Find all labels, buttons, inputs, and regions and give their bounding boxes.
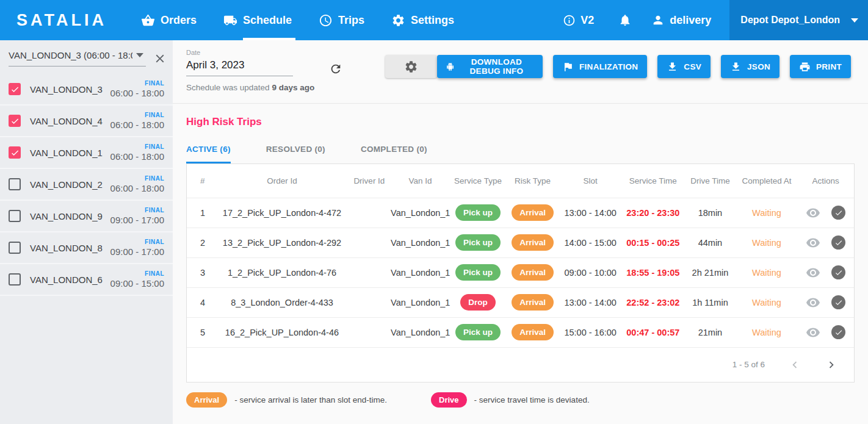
van-time: 09:00 - 17:00 [110, 215, 164, 225]
cell-num: 5 [187, 317, 216, 347]
previous-page-button[interactable] [788, 358, 801, 372]
risk-type-badge: Arrival [512, 204, 554, 221]
final-badge: FINAL [110, 207, 164, 214]
van-list-item[interactable]: VAN_LONDON_9 FINAL 09:00 - 17:00 [0, 201, 173, 232]
app-logo[interactable]: SATALIA [16, 11, 107, 30]
van-checkbox[interactable] [9, 178, 21, 190]
basket-icon [141, 13, 155, 27]
button-label: PRINT [816, 62, 842, 71]
notifications-button[interactable] [618, 13, 632, 27]
van-list-item[interactable]: VAN_LONDON_1 FINAL 06:00 - 18:00 [0, 137, 173, 169]
depot-selector[interactable]: Depot Depot_London [729, 0, 868, 40]
nav-item-trips[interactable]: Trips [319, 0, 364, 40]
resolve-trip-button[interactable] [831, 295, 845, 309]
van-list-item[interactable]: VAN_LONDON_6 FINAL 09:00 - 15:00 [0, 264, 173, 296]
csv-button[interactable]: CSV [657, 55, 711, 78]
truck-icon [223, 13, 237, 27]
column-header: Slot [559, 164, 622, 198]
date-value[interactable]: April 3, 2023 [186, 56, 293, 76]
nav-item-schedule[interactable]: Schedule [223, 0, 292, 40]
date-label: Date [186, 49, 293, 56]
cell-slot: 14:00 - 15:00 [559, 228, 622, 257]
legend-badge: Drive [431, 392, 467, 408]
json-button[interactable]: JSON [721, 55, 779, 78]
chevron-down-icon [136, 53, 143, 57]
updated-ago: 9 days ago [272, 83, 314, 92]
resolve-trip-button[interactable] [831, 265, 845, 279]
risk-tabs: ACTIVE (6)RESOLVED (0)COMPLETED (0) [186, 145, 855, 163]
van-checkbox[interactable] [9, 242, 21, 254]
person-icon [651, 13, 665, 27]
van-sidebar: VAN_LONDON_3 (06:00 - 18:0... VAN_LONDON… [0, 40, 173, 424]
check-icon [834, 268, 843, 277]
van-checkbox[interactable] [9, 273, 21, 286]
finalization-button[interactable]: FINALIZATION [553, 55, 647, 78]
cell-drive-time: 21min [684, 317, 736, 347]
check-icon [10, 148, 20, 157]
final-badge: FINAL [110, 175, 164, 182]
van-checkbox[interactable] [9, 83, 21, 95]
nav-item-settings[interactable]: Settings [391, 0, 454, 40]
cell-completed-at: Waiting [736, 317, 798, 347]
table-row: 1 17_2_Pick_UP_London-4-472 Van_London_1… [187, 198, 854, 228]
van-checkbox[interactable] [9, 115, 21, 127]
van-name: VAN_LONDON_2 [30, 179, 110, 190]
van-name: VAN_LONDON_9 [30, 211, 110, 221]
table-header-row: #Order IdDriver IdVan IdService TypeRisk… [187, 164, 854, 198]
legend-badge: Arrival [186, 392, 227, 408]
gear-icon [391, 13, 405, 27]
resolve-trip-button[interactable] [831, 325, 845, 339]
view-trip-button[interactable] [806, 325, 820, 340]
van-list-item[interactable]: VAN_LONDON_4 FINAL 06:00 - 18:00 [0, 106, 173, 137]
column-header: Drive Time [684, 164, 736, 198]
nav-item-orders[interactable]: Orders [141, 0, 197, 40]
print-button[interactable]: PRINT [790, 55, 851, 78]
view-trip-button[interactable] [806, 235, 820, 250]
version-button[interactable]: V2 [563, 14, 594, 27]
nav-label-trips: Trips [338, 14, 364, 27]
check-icon [10, 85, 20, 94]
cell-slot: 13:00 - 14:00 [559, 287, 622, 317]
van-checkbox[interactable] [9, 210, 21, 222]
legend-item: Arrival - service arrival is later than … [186, 392, 387, 408]
van-list-item[interactable]: VAN_LONDON_2 FINAL 06:00 - 18:00 [0, 169, 173, 201]
final-badge: FINAL [110, 112, 164, 118]
final-badge: FINAL [110, 80, 164, 87]
van-filter-select[interactable]: VAN_LONDON_3 (06:00 - 18:0... [9, 50, 146, 66]
van-list: VAN_LONDON_3 FINAL 06:00 - 18:00 VAN_LON… [0, 74, 173, 296]
cell-num: 4 [187, 287, 216, 317]
cell-van-id: Van_London_1 [391, 287, 450, 317]
van-time: 06:00 - 18:00 [110, 88, 164, 98]
date-field[interactable]: Date April 3, 2023 [186, 49, 293, 76]
cell-drive-time: 1h 11min [684, 287, 736, 317]
risk-tab[interactable]: RESOLVED (0) [266, 145, 325, 163]
view-trip-button[interactable] [806, 206, 820, 220]
clear-filter-button[interactable] [153, 52, 167, 65]
table-body: 1 17_2_Pick_UP_London-4-472 Van_London_1… [187, 198, 854, 347]
risk-tab[interactable]: COMPLETED (0) [361, 145, 427, 163]
cell-driver-id [348, 257, 391, 287]
table-row: 3 1_2_Pick_UP_London-4-76 Van_London_1 P… [187, 257, 854, 287]
cell-service-time: 00:47 - 00:57 [622, 317, 685, 347]
view-trip-button[interactable] [806, 295, 820, 310]
refresh-button[interactable] [329, 62, 342, 76]
van-list-item[interactable]: VAN_LONDON_3 FINAL 06:00 - 18:00 [0, 74, 173, 106]
van-checkbox[interactable] [9, 146, 21, 159]
next-page-button[interactable] [825, 358, 838, 372]
van-filter-row: VAN_LONDON_3 (06:00 - 18:0... [0, 40, 173, 66]
download-debug-info-button[interactable]: DOWNLOAD DEBUG INFO [437, 55, 543, 78]
van-list-item[interactable]: VAN_LONDON_8 FINAL 09:00 - 17:00 [0, 232, 173, 264]
eye-icon [806, 206, 820, 220]
resolve-trip-button[interactable] [831, 235, 845, 250]
resolve-trip-button[interactable] [831, 206, 845, 220]
risk-tab[interactable]: ACTIVE (6) [186, 145, 231, 163]
nav-label-orders: Orders [161, 14, 197, 27]
van-time: 09:00 - 15:00 [110, 278, 164, 289]
schedule-settings-button[interactable] [385, 55, 437, 78]
eye-icon [806, 265, 820, 280]
view-trip-button[interactable] [806, 265, 820, 280]
eye-icon [806, 235, 820, 250]
user-menu[interactable]: delivery [651, 13, 711, 27]
service-type-badge: Pick up [455, 234, 501, 251]
flag-icon [562, 61, 574, 73]
